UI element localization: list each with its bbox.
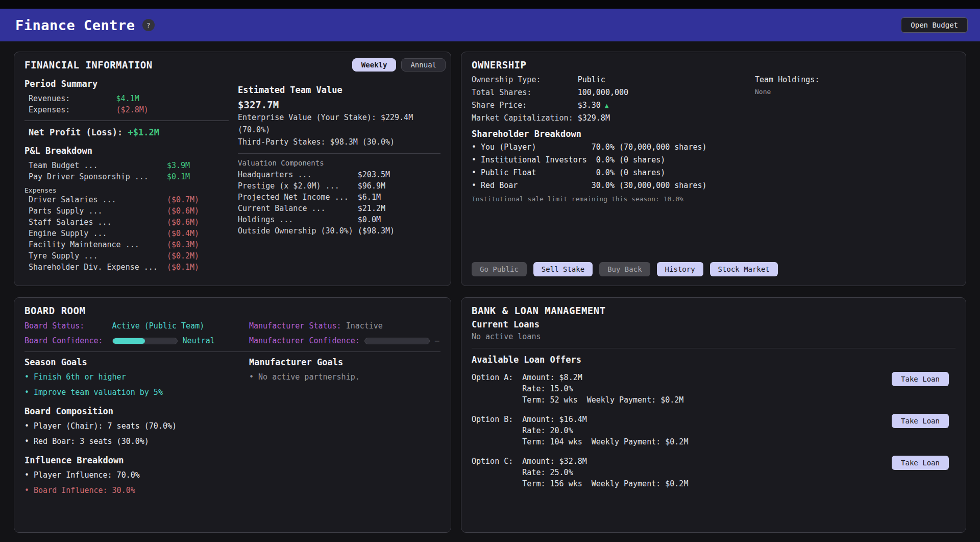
loan-weekly-payment: Weekly Payment: $0.2M (587, 394, 684, 406)
bullet-icon: • (472, 179, 481, 192)
divider (24, 351, 440, 352)
composition-item: •Player (Chair): 7 seats (70.0%) (24, 418, 249, 434)
season-goal-item: •Finish 6th or higher (24, 369, 249, 385)
help-icon[interactable]: ? (142, 19, 155, 31)
available-loan-offers-heading: Available Loan Offers (472, 355, 955, 365)
team-holdings-label: Team Holdings: (755, 74, 955, 86)
expense-row: Staff Salaries ... ($0.6M) (24, 217, 229, 228)
go-public-button[interactable]: Go Public (472, 262, 527, 276)
tab-weekly[interactable]: Weekly (352, 58, 397, 72)
manufacturer-goals-heading: Manufacturer Goals (249, 357, 440, 367)
manufacturer-confidence-bar (364, 338, 430, 344)
manufacturer-goal-item: •No active partnership. (249, 369, 440, 385)
tab-annual[interactable]: Annual (401, 58, 446, 72)
board-confidence-row: Board Confidence: Neutral (24, 335, 249, 346)
board-composition-heading: Board Composition (24, 406, 249, 416)
net-profit-row: Net Profit (Loss): +$1.2M (24, 126, 229, 138)
loan-term: Term: 52 wks (522, 394, 577, 406)
valuation-row: Current Balance ... $21.2M (238, 203, 440, 214)
loan-offer-row: Option A: Amount: $8.2M Rate: 15.0% Term… (472, 372, 955, 406)
expense-row: Driver Salaries ... ($0.7M) (24, 194, 229, 205)
valuation-row: Holdings ... $0.0M (238, 214, 440, 225)
team-value-total: $327.7M (238, 99, 440, 110)
valuation-row: Headquarters ... $203.5M (238, 169, 440, 180)
bullet-icon: • (472, 141, 481, 154)
expenses-row: Expenses: ($2.8M) (24, 104, 229, 115)
bullet-icon: • (472, 154, 481, 167)
composition-item: •Red Boar: 3 seats (30.0%) (24, 434, 249, 449)
current-loans-heading: Current Loans (472, 319, 955, 329)
ownership-actions: Go Public Sell Stake Buy Back History St… (472, 262, 955, 278)
sale-limit-note: Institutional sale limit remaining this … (472, 195, 755, 203)
loan-offer-row: Option C: Amount: $32.8M Rate: 25.0% Ter… (472, 456, 955, 489)
expenses-subheading: Expenses (24, 186, 229, 194)
bullet-icon: • (24, 418, 34, 434)
period-summary-heading: Period Summary (24, 79, 229, 89)
bullet-icon: • (24, 467, 34, 483)
loan-rate: Rate: 25.0% (522, 467, 688, 478)
season-goal-item: •Improve team valuation by 5% (24, 385, 249, 400)
share-price-row: Share Price: $3.30 ▲ (472, 99, 755, 112)
manufacturer-status-row: Manufacturer Status: Inactive (249, 320, 440, 332)
history-button[interactable]: History (657, 262, 703, 276)
loan-weekly-payment: Weekly Payment: $0.2M (592, 436, 689, 447)
header-bar: Finance Centre ? Open Budget (0, 9, 980, 41)
open-budget-button[interactable]: Open Budget (901, 17, 968, 33)
pnl-breakdown-heading: P&L Breakdown (24, 146, 229, 156)
loan-weekly-payment: Weekly Payment: $0.2M (592, 478, 689, 489)
third-party-line: Third-Party Stakes: $98.3M (30.0%) (238, 136, 440, 148)
team-value-heading: Estimated Team Value (238, 85, 440, 95)
valuation-row: Outside Ownership (30.0%) . ($98.3M) (238, 225, 440, 237)
revenues-row: Revenues: $4.1M (24, 93, 229, 104)
board-room-panel: BOARD ROOM Board Status: Active (Public … (14, 297, 451, 533)
take-loan-button[interactable]: Take Loan (892, 456, 949, 470)
panel-title-ownership: OWNERSHIP (472, 59, 955, 70)
loan-rate: Rate: 15.0% (522, 383, 683, 394)
stock-market-button[interactable]: Stock Market (710, 262, 778, 276)
period-toggle: Weekly Annual (352, 58, 446, 72)
share-price-up-icon: ▲ (605, 99, 609, 112)
divider (238, 153, 440, 154)
shareholder-breakdown-heading: Shareholder Breakdown (472, 129, 755, 139)
team-holdings-value: None (755, 86, 955, 98)
buy-back-button[interactable]: Buy Back (599, 262, 650, 276)
ownership-panel: OWNERSHIP Ownership Type: Public Total S… (461, 52, 966, 286)
divider (472, 348, 955, 348)
sell-stake-button[interactable]: Sell Stake (533, 262, 593, 276)
loan-amount: Amount: $8.2M (522, 372, 683, 383)
total-shares-row: Total Shares: 100,000,000 (472, 86, 755, 99)
bullet-icon: • (472, 167, 481, 179)
page-title: Finance Centre (15, 17, 135, 33)
financial-information-panel: Weekly Annual FINANCIAL INFORMATION Peri… (14, 52, 451, 286)
bullet-icon: • (24, 483, 34, 498)
expense-row: Facility Maintenance ... ($0.3M) (24, 239, 229, 250)
panel-title-bank: BANK & LOAN MANAGEMENT (472, 305, 955, 316)
board-confidence-bar (112, 338, 178, 344)
bullet-icon: • (24, 385, 34, 400)
valuation-components-heading: Valuation Components (238, 159, 440, 167)
divider (24, 121, 229, 121)
take-loan-button[interactable]: Take Loan (892, 372, 949, 386)
influence-item: •Board Influence: 30.0% (24, 483, 249, 498)
shareholder-row: • Red Boar 30.0% (30,000,000 shares) (472, 179, 755, 192)
loan-amount: Amount: $16.4M (522, 414, 688, 425)
loan-term: Term: 156 wks (522, 478, 582, 489)
no-active-loans-text: No active loans (472, 331, 955, 343)
loan-rate: Rate: 20.0% (522, 425, 688, 436)
season-goals-heading: Season Goals (24, 357, 249, 367)
influence-breakdown-heading: Influence Breakdown (24, 455, 249, 465)
influence-item: •Player Influence: 70.0% (24, 467, 249, 483)
take-loan-button[interactable]: Take Loan (892, 414, 949, 428)
expense-row: Tyre Supply ... ($0.2M) (24, 250, 229, 262)
enterprise-value-line: Enterprise Value (Your Stake): $229.4M (… (238, 111, 440, 136)
panel-title-board-room: BOARD ROOM (24, 305, 440, 316)
board-status-row: Board Status: Active (Public Team) (24, 320, 249, 332)
valuation-row: Prestige (x $2.0M) ... $96.9M (238, 180, 440, 192)
content-area: Weekly Annual FINANCIAL INFORMATION Peri… (0, 41, 980, 542)
shareholder-row: • Institutional Investors 0.0% (0 shares… (472, 154, 755, 167)
loan-term: Term: 104 wks (522, 436, 582, 447)
bullet-icon: • (24, 434, 34, 449)
expense-row: Engine Supply ... ($0.4M) (24, 228, 229, 239)
loan-amount: Amount: $32.8M (522, 456, 688, 467)
market-cap-row: Market Capitalization: $329.8M (472, 112, 755, 125)
